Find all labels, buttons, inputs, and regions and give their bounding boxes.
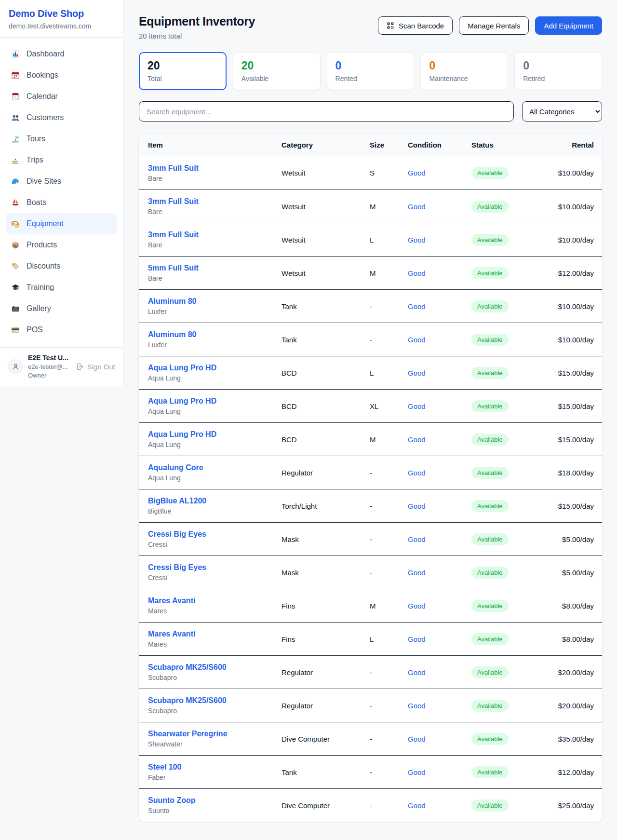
stat-card-available[interactable]: 20Available xyxy=(233,52,321,90)
item-name-link[interactable]: Steel 100 xyxy=(148,763,181,772)
item-name-link[interactable]: Aqua Lung Pro HD xyxy=(148,430,216,439)
cell-rental: $18.00/day xyxy=(531,469,594,477)
sidebar-item-equipment[interactable]: Equipment xyxy=(6,213,117,234)
cell-condition: Good xyxy=(408,702,471,710)
sidebar-item-bookings[interactable]: 17Bookings xyxy=(6,65,117,86)
sidebar-item-label: Calendar xyxy=(27,92,58,101)
table-row: 3mm Full Suit Bare Wetsuit L Good Availa… xyxy=(139,223,602,256)
status-badge: Available xyxy=(471,600,509,612)
status-badge: Available xyxy=(471,799,509,812)
cell-category: Wetsuit xyxy=(282,236,370,244)
cell-condition: Good xyxy=(408,369,471,377)
item-name-link[interactable]: Shearwater Peregrine xyxy=(148,730,228,738)
cell-category: BCD xyxy=(282,435,370,444)
condition-link[interactable]: Good xyxy=(408,635,426,643)
header-actions: Scan Barcode Manage Rentals Add Equipmen… xyxy=(378,14,602,35)
stat-card-maintenance[interactable]: 0Maintenance xyxy=(420,52,508,90)
sidebar-item-label: Customers xyxy=(27,113,64,122)
item-name-link[interactable]: Aqua Lung Pro HD xyxy=(148,397,216,406)
item-name-link[interactable]: Cressi Big Eyes xyxy=(148,563,206,572)
condition-link[interactable]: Good xyxy=(408,502,426,510)
condition-link[interactable]: Good xyxy=(408,269,426,277)
condition-link[interactable]: Good xyxy=(408,702,426,710)
item-name-link[interactable]: Aluminum 80 xyxy=(148,330,196,339)
condition-link[interactable]: Good xyxy=(408,602,426,610)
stat-card-rented[interactable]: 0Rented xyxy=(327,52,415,90)
cell-item: Mares Avanti Mares xyxy=(148,630,282,648)
category-select[interactable]: All Categories xyxy=(522,101,602,122)
sidebar-item-training[interactable]: Training xyxy=(6,277,117,298)
condition-link[interactable]: Good xyxy=(408,768,426,776)
condition-link[interactable]: Good xyxy=(408,735,426,743)
cell-status: Available xyxy=(471,766,531,778)
sidebar-item-products[interactable]: Products xyxy=(6,234,117,256)
cell-size: M xyxy=(370,602,408,610)
cell-condition: Good xyxy=(408,735,471,743)
condition-link[interactable]: Good xyxy=(408,236,426,244)
item-name-link[interactable]: 5mm Full Suit xyxy=(148,264,199,272)
sidebar-item-discounts[interactable]: Discounts xyxy=(6,256,117,277)
item-name-link[interactable]: Scubapro MK25/S600 xyxy=(148,696,227,705)
item-name-link[interactable]: Aqua Lung Pro HD xyxy=(148,364,216,372)
sidebar-item-label: Boats xyxy=(27,198,46,207)
table-row: Aluminum 80 Luxfer Tank - Good Available… xyxy=(139,289,602,323)
table-row: Mares Avanti Mares Fins M Good Available… xyxy=(139,589,602,622)
stat-value: 20 xyxy=(241,59,312,72)
cell-condition: Good xyxy=(408,502,471,510)
condition-link[interactable]: Good xyxy=(408,336,426,344)
item-name-link[interactable]: Aqualung Core xyxy=(148,463,203,472)
sidebar-item-pos[interactable]: POS xyxy=(6,319,117,340)
sidebar-item-dive-sites[interactable]: Dive Sites xyxy=(6,171,117,192)
cell-status: Available xyxy=(471,799,531,812)
cell-item: Aluminum 80 Luxfer xyxy=(148,297,282,315)
item-brand: Bare xyxy=(148,175,282,182)
sidebar-item-calendar[interactable]: Calendar xyxy=(6,86,117,107)
cell-status: Available xyxy=(471,267,531,279)
stat-card-retired[interactable]: 0Retired xyxy=(514,52,602,90)
sidebar-item-customers[interactable]: Customers xyxy=(6,107,117,128)
sidebar-item-label: Tours xyxy=(27,135,45,143)
sign-out-button[interactable]: Sign Out xyxy=(76,363,115,371)
item-name-link[interactable]: 3mm Full Suit xyxy=(148,197,199,206)
stat-card-total[interactable]: 20Total xyxy=(139,52,227,90)
condition-link[interactable]: Good xyxy=(408,469,426,477)
sidebar-item-dashboard[interactable]: Dashboard xyxy=(6,43,117,65)
cell-size: - xyxy=(370,336,408,344)
condition-link[interactable]: Good xyxy=(408,569,426,577)
status-badge: Available xyxy=(471,766,509,778)
cell-condition: Good xyxy=(408,435,471,444)
manage-rentals-button[interactable]: Manage Rentals xyxy=(459,16,529,35)
condition-link[interactable]: Good xyxy=(408,435,426,444)
sidebar-item-tours[interactable]: Tours xyxy=(6,128,117,149)
cell-category: Torch/Light xyxy=(282,502,370,510)
item-name-link[interactable]: Scubapro MK25/S600 xyxy=(148,663,227,672)
cell-item: Aqua Lung Pro HD Aqua Lung xyxy=(148,397,282,415)
item-brand: Mares xyxy=(148,640,282,648)
sidebar-item-trips[interactable]: Trips xyxy=(6,149,117,171)
condition-link[interactable]: Good xyxy=(408,402,426,410)
item-name-link[interactable]: Mares Avanti xyxy=(148,596,195,605)
add-equipment-button[interactable]: Add Equipment xyxy=(535,16,602,35)
item-name-link[interactable]: Aluminum 80 xyxy=(148,297,196,306)
item-name-link[interactable]: 3mm Full Suit xyxy=(148,164,199,173)
item-name-link[interactable]: Suunto Zoop xyxy=(148,796,196,805)
item-name-link[interactable]: BigBlue AL1200 xyxy=(148,497,206,505)
condition-link[interactable]: Good xyxy=(408,535,426,543)
cell-status: Available xyxy=(471,400,531,412)
condition-link[interactable]: Good xyxy=(408,668,426,677)
sidebar-item-boats[interactable]: Boats xyxy=(6,192,117,213)
condition-link[interactable]: Good xyxy=(408,369,426,377)
search-input[interactable] xyxy=(139,101,514,122)
item-name-link[interactable]: Mares Avanti xyxy=(148,630,195,638)
sidebar-item-gallery[interactable]: Gallery xyxy=(6,298,117,319)
condition-link[interactable]: Good xyxy=(408,169,426,177)
scan-barcode-button[interactable]: Scan Barcode xyxy=(378,16,453,35)
condition-link[interactable]: Good xyxy=(408,801,426,810)
cell-size: - xyxy=(370,535,408,543)
camera-icon xyxy=(11,304,20,313)
item-name-link[interactable]: Cressi Big Eyes xyxy=(148,530,206,539)
condition-link[interactable]: Good xyxy=(408,203,426,211)
item-name-link[interactable]: 3mm Full Suit xyxy=(148,230,199,239)
cell-item: 3mm Full Suit Bare xyxy=(148,197,282,216)
condition-link[interactable]: Good xyxy=(408,302,426,311)
